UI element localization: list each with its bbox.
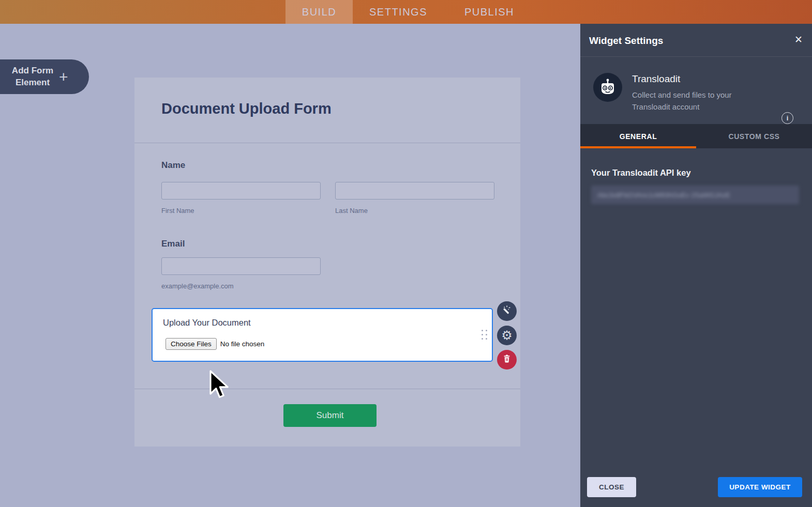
close-icon[interactable]: ✕ (794, 35, 803, 44)
panel-header: Widget Settings ✕ (580, 24, 812, 57)
last-name-input[interactable] (335, 182, 494, 199)
submit-button[interactable]: Submit (283, 404, 377, 427)
info-icon[interactable]: i (781, 112, 793, 124)
panel-tab-bar: GENERAL CUSTOM CSS (580, 124, 812, 148)
form-footer-section: Submit (134, 389, 520, 447)
trash-icon (502, 354, 512, 365)
tab-build[interactable]: BUILD (285, 0, 353, 24)
upload-field-selected[interactable]: Upload Your Document Choose Files No fil… (152, 308, 493, 362)
add-form-element-button[interactable]: Add Form Element + (0, 59, 89, 94)
widget-settings-panel: Widget Settings ✕ Transloadit Collect an… (580, 24, 812, 507)
widget-name: Transloadit (632, 73, 680, 85)
tab-general[interactable]: GENERAL (580, 124, 696, 148)
wizard-button[interactable] (497, 301, 517, 321)
gear-icon: ⚙ (501, 329, 513, 342)
plus-icon: + (59, 68, 68, 86)
name-field-label: Name (161, 160, 185, 171)
form-card: Document Upload Form Name First Name Las… (134, 78, 520, 447)
form-header-section[interactable]: Document Upload Form (134, 78, 520, 143)
panel-footer: CLOSE UPDATE WIDGET (580, 469, 812, 507)
file-input: Choose Files No file chosen (166, 338, 264, 350)
add-form-element-label: Add Form Element (0, 65, 58, 89)
upload-field-label: Upload Your Document (163, 318, 251, 328)
first-name-input[interactable] (161, 182, 321, 199)
widget-settings-button[interactable]: ⚙ (497, 326, 517, 345)
no-file-chosen-text: No file chosen (220, 340, 265, 348)
magic-wand-icon (502, 305, 512, 317)
widget-description: Collect and send files to your Transload… (632, 89, 756, 113)
form-title: Document Upload Form (161, 100, 332, 117)
transloadit-robot-icon (593, 73, 622, 102)
last-name-sublabel: Last Name (335, 207, 368, 214)
form-builder-canvas: Add Form Element + Document Upload Form … (0, 24, 580, 507)
tab-publish[interactable]: PUBLISH (444, 0, 535, 24)
app-topbar: BUILD SETTINGS PUBLISH (0, 0, 812, 24)
email-input[interactable] (161, 257, 321, 275)
close-button[interactable]: CLOSE (587, 477, 636, 497)
widget-info-row: Transloadit Collect and send files to yo… (580, 57, 812, 124)
delete-element-button[interactable] (497, 350, 517, 370)
choose-files-button[interactable]: Choose Files (166, 338, 217, 350)
api-key-label: Your Transloadit API key (591, 168, 691, 178)
first-name-sublabel: First Name (161, 207, 194, 214)
email-field-label: Email (161, 239, 185, 249)
update-widget-button[interactable]: UPDATE WIDGET (718, 477, 802, 497)
top-navigation: BUILD SETTINGS PUBLISH (285, 0, 535, 24)
tab-custom-css[interactable]: CUSTOM CSS (696, 124, 812, 148)
drag-handle[interactable] (482, 330, 488, 342)
tab-settings[interactable]: SETTINGS (353, 0, 444, 24)
email-sublabel: example@example.com (161, 282, 234, 290)
api-key-input[interactable] (591, 186, 799, 204)
panel-title: Widget Settings (589, 35, 663, 47)
